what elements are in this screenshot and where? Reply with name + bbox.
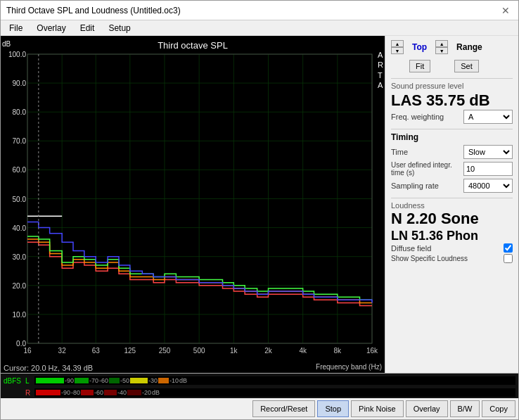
time-dropdown[interactable]: Slow Fast Impulse: [463, 145, 513, 159]
menu-file[interactable]: File: [4, 22, 28, 34]
window-title: Third Octave SPL and Loudness (Untitled.…: [6, 6, 181, 15]
diffuse-field-checkbox[interactable]: [504, 243, 513, 253]
user-defined-input[interactable]: [463, 162, 513, 176]
cursor-info: Cursor: 20.0 Hz, 34.39 dB: [1, 363, 96, 373]
show-specific-loudness-row: Show Specific Loudness: [391, 254, 513, 263]
db-label: dB: [2, 40, 11, 48]
top-up-button[interactable]: ▲: [391, 40, 404, 47]
spl-section-label: Sound pressure level: [391, 82, 513, 90]
spl-section: Sound pressure level LAS 35.75 dB Freq. …: [391, 78, 513, 126]
l-label: L: [25, 377, 32, 385]
chart-title: Third octave SPL: [1, 37, 385, 53]
right-panel: ▲ ▼ Top ▲ ▼ Range Fit Set Sound pressure…: [385, 36, 518, 373]
sampling-rate-label: Sampling rate: [391, 182, 463, 190]
range-spin-group: ▲ ▼: [435, 40, 448, 54]
fit-button[interactable]: Fit: [409, 60, 430, 72]
top-label: Top: [409, 42, 430, 52]
loudness-title: Loudness: [391, 201, 513, 210]
sampling-rate-dropdown[interactable]: 48000 44100 96000: [463, 179, 513, 193]
diffuse-field-row: Diffuse field: [391, 243, 513, 253]
diffuse-field-label: Diffuse field: [391, 244, 431, 253]
bw-button[interactable]: B/W: [450, 400, 480, 417]
top-range-controls: ▲ ▼ Top ▲ ▼ Range: [391, 40, 513, 54]
stop-button[interactable]: Stop: [317, 400, 349, 417]
loudness-section: Loudness N 2.20 Sone LN 51.36 Phon Diffu…: [391, 198, 513, 265]
show-specific-loudness-label: Show Specific Loudness: [391, 255, 468, 262]
bottom-buttons: Record/Reset Stop Pink Noise Overlay B/W…: [1, 398, 518, 419]
pink-noise-button[interactable]: Pink Noise: [351, 400, 404, 417]
record-reset-button[interactable]: Record/Reset: [252, 400, 315, 417]
copy-button[interactable]: Copy: [482, 400, 515, 417]
top-down-button[interactable]: ▼: [391, 47, 404, 54]
chart-area: Third octave SPL ARTA dB Cursor: 20.0 Hz…: [1, 36, 385, 373]
user-defined-label: User defined integr. time (s): [391, 161, 463, 177]
main-window: Third Octave SPL and Loudness (Untitled.…: [0, 0, 519, 420]
freq-weighting-label: Freq. weighting: [391, 113, 463, 121]
overlay-button[interactable]: Overlay: [406, 400, 448, 417]
r-label: R: [25, 389, 32, 397]
menu-bar: File Overlay Edit Setup: [1, 20, 518, 36]
freq-band-label: Frequency band (Hz): [316, 363, 385, 373]
range-down-button[interactable]: ▼: [435, 47, 448, 54]
arta-label: ARTA: [378, 50, 383, 90]
menu-overlay[interactable]: Overlay: [31, 22, 71, 34]
set-button[interactable]: Set: [454, 60, 479, 72]
time-label: Time: [391, 148, 463, 156]
dbfs-label: dBFS: [4, 377, 23, 385]
spl-value: LAS 35.75 dB: [391, 91, 513, 110]
range-up-button[interactable]: ▲: [435, 40, 448, 47]
fit-set-controls: Fit Set: [391, 60, 513, 72]
timing-section: Timing Time Slow Fast Impulse User defin…: [391, 129, 513, 195]
loudness-ln-value: LN 51.36 Phon: [391, 229, 513, 244]
show-specific-loudness-checkbox[interactable]: [504, 254, 513, 263]
menu-setup[interactable]: Setup: [103, 22, 136, 34]
close-button[interactable]: ✕: [499, 4, 513, 18]
sampling-rate-row: Sampling rate 48000 44100 96000: [391, 179, 513, 193]
bottom-area: dBFS L -90 -70 -60 -50 -30 -10 dB: [1, 373, 518, 419]
spl-chart: [1, 51, 385, 363]
menu-edit[interactable]: Edit: [75, 22, 101, 34]
range-label: Range: [454, 42, 485, 52]
freq-weighting-row: Freq. weighting A B C Z: [391, 110, 513, 124]
chart-wrapper: Third octave SPL ARTA dB: [1, 36, 385, 363]
user-defined-row: User defined integr. time (s): [391, 161, 513, 177]
top-spin-group: ▲ ▼: [391, 40, 404, 54]
bottom-info-row: Cursor: 20.0 Hz, 34.39 dB Frequency band…: [1, 363, 385, 373]
timing-title: Timing: [391, 132, 513, 142]
time-row: Time Slow Fast Impulse: [391, 145, 513, 159]
loudness-n-value: N 2.20 Sone: [391, 210, 513, 228]
main-content: Third octave SPL ARTA dB Cursor: 20.0 Hz…: [1, 36, 518, 373]
freq-weighting-dropdown[interactable]: A B C Z: [463, 110, 513, 124]
title-bar: Third Octave SPL and Loudness (Untitled.…: [1, 1, 518, 20]
